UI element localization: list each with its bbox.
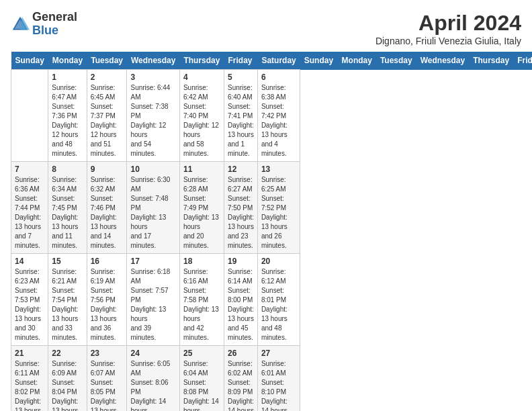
calendar-header-friday: Friday — [224, 52, 257, 70]
calendar-header-saturday: Saturday — [257, 52, 300, 70]
day-info: Sunrise: 6:30 AM Sunset: 7:48 PM Dayligh… — [130, 175, 175, 250]
calendar-cell: 9Sunrise: 6:32 AM Sunset: 7:46 PM Daylig… — [87, 162, 127, 254]
calendar-cell: 2Sunrise: 6:45 AM Sunset: 7:37 PM Daylig… — [87, 70, 127, 162]
calendar-cell: 4Sunrise: 6:42 AM Sunset: 7:40 PM Daylig… — [179, 70, 224, 162]
calendar-cell: 7Sunrise: 6:36 AM Sunset: 7:44 PM Daylig… — [11, 162, 48, 254]
day-number: 22 — [52, 349, 83, 358]
header-day-tuesday: Tuesday — [376, 52, 416, 70]
calendar-cell: 3Sunrise: 6:44 AM Sunset: 7:38 PM Daylig… — [127, 70, 179, 162]
day-number: 16 — [91, 257, 124, 266]
calendar-cell: 8Sunrise: 6:34 AM Sunset: 7:45 PM Daylig… — [48, 162, 87, 254]
day-number: 11 — [183, 165, 220, 174]
logo-blue: Blue — [32, 24, 77, 38]
calendar-cell: 15Sunrise: 6:21 AM Sunset: 7:54 PM Dayli… — [48, 254, 87, 346]
day-number: 13 — [261, 165, 296, 174]
header-day-wednesday: Wednesday — [416, 52, 469, 70]
calendar-cell: 6Sunrise: 6:38 AM Sunset: 7:42 PM Daylig… — [257, 70, 300, 162]
page-header: General Blue April 2024 Dignano, Friuli … — [11, 11, 521, 46]
day-number: 7 — [15, 165, 44, 174]
day-number: 20 — [261, 257, 296, 266]
day-info: Sunrise: 6:07 AM Sunset: 8:05 PM Dayligh… — [91, 359, 124, 411]
day-info: Sunrise: 6:19 AM Sunset: 7:56 PM Dayligh… — [91, 267, 124, 342]
day-info: Sunrise: 6:05 AM Sunset: 8:06 PM Dayligh… — [130, 359, 175, 411]
calendar-header-tuesday: Tuesday — [87, 52, 127, 70]
calendar-cell: 1Sunrise: 6:47 AM Sunset: 7:36 PM Daylig… — [48, 70, 87, 162]
header-day-monday: Monday — [338, 52, 376, 70]
calendar-cell: 11Sunrise: 6:28 AM Sunset: 7:49 PM Dayli… — [179, 162, 224, 254]
logo-text: General Blue — [32, 11, 77, 38]
day-number: 23 — [91, 349, 124, 358]
calendar-cell: 17Sunrise: 6:18 AM Sunset: 7:57 PM Dayli… — [127, 254, 179, 346]
day-number: 10 — [130, 165, 175, 174]
day-info: Sunrise: 6:11 AM Sunset: 8:02 PM Dayligh… — [15, 359, 44, 411]
day-info: Sunrise: 6:18 AM Sunset: 7:57 PM Dayligh… — [130, 267, 175, 342]
day-number: 2 — [91, 73, 124, 82]
calendar-cell: 25Sunrise: 6:04 AM Sunset: 8:08 PM Dayli… — [179, 346, 224, 412]
main-title: April 2024 — [375, 11, 521, 36]
logo: General Blue — [11, 11, 77, 38]
calendar-week-row: 14Sunrise: 6:23 AM Sunset: 7:53 PM Dayli… — [11, 254, 533, 346]
day-number: 12 — [228, 165, 254, 174]
calendar-header-row: SundayMondayTuesdayWednesdayThursdayFrid… — [11, 52, 533, 70]
day-info: Sunrise: 6:45 AM Sunset: 7:37 PM Dayligh… — [91, 83, 124, 158]
day-info: Sunrise: 6:21 AM Sunset: 7:54 PM Dayligh… — [52, 267, 83, 342]
day-info: Sunrise: 6:14 AM Sunset: 8:00 PM Dayligh… — [228, 267, 254, 342]
calendar-header-wednesday: Wednesday — [127, 52, 179, 70]
header-day-thursday: Thursday — [469, 52, 513, 70]
day-number: 14 — [15, 257, 44, 266]
day-number: 15 — [52, 257, 83, 266]
calendar-table: SundayMondayTuesdayWednesdayThursdayFrid… — [11, 52, 532, 411]
calendar-week-row: 7Sunrise: 6:36 AM Sunset: 7:44 PM Daylig… — [11, 162, 533, 254]
calendar-cell: 5Sunrise: 6:40 AM Sunset: 7:41 PM Daylig… — [224, 70, 257, 162]
day-number: 1 — [52, 73, 83, 82]
calendar-cell: 22Sunrise: 6:09 AM Sunset: 8:04 PM Dayli… — [48, 346, 87, 412]
day-info: Sunrise: 6:12 AM Sunset: 8:01 PM Dayligh… — [261, 267, 296, 342]
calendar-cell: 27Sunrise: 6:01 AM Sunset: 8:10 PM Dayli… — [257, 346, 300, 412]
svg-marker-2 — [20, 17, 30, 30]
calendar-header-thursday: Thursday — [179, 52, 224, 70]
calendar-week-row: 1Sunrise: 6:47 AM Sunset: 7:36 PM Daylig… — [11, 70, 533, 162]
calendar-header-monday: Monday — [48, 52, 87, 70]
day-number: 4 — [183, 73, 220, 82]
day-info: Sunrise: 6:38 AM Sunset: 7:42 PM Dayligh… — [261, 83, 296, 158]
day-number: 21 — [15, 349, 44, 358]
header-day-sunday: Sunday — [300, 52, 338, 70]
day-info: Sunrise: 6:01 AM Sunset: 8:10 PM Dayligh… — [261, 359, 296, 411]
day-info: Sunrise: 6:44 AM Sunset: 7:38 PM Dayligh… — [130, 83, 175, 158]
day-info: Sunrise: 6:16 AM Sunset: 7:58 PM Dayligh… — [183, 267, 220, 342]
day-number: 6 — [261, 73, 296, 82]
logo-general: General — [32, 11, 77, 24]
day-number: 27 — [261, 349, 296, 358]
calendar-cell: 21Sunrise: 6:11 AM Sunset: 8:02 PM Dayli… — [11, 346, 48, 412]
calendar-cell: 18Sunrise: 6:16 AM Sunset: 7:58 PM Dayli… — [179, 254, 224, 346]
day-info: Sunrise: 6:23 AM Sunset: 7:53 PM Dayligh… — [15, 267, 44, 342]
day-info: Sunrise: 6:42 AM Sunset: 7:40 PM Dayligh… — [183, 83, 220, 158]
day-number: 5 — [228, 73, 254, 82]
day-info: Sunrise: 6:25 AM Sunset: 7:52 PM Dayligh… — [261, 175, 296, 250]
calendar-cell: 23Sunrise: 6:07 AM Sunset: 8:05 PM Dayli… — [87, 346, 127, 412]
header-day-friday: Friday — [513, 52, 532, 70]
calendar-cell: 12Sunrise: 6:27 AM Sunset: 7:50 PM Dayli… — [224, 162, 257, 254]
calendar-cell: 14Sunrise: 6:23 AM Sunset: 7:53 PM Dayli… — [11, 254, 48, 346]
day-number: 17 — [130, 257, 175, 266]
day-info: Sunrise: 6:40 AM Sunset: 7:41 PM Dayligh… — [228, 83, 254, 158]
day-info: Sunrise: 6:02 AM Sunset: 8:09 PM Dayligh… — [228, 359, 254, 411]
calendar-cell: 20Sunrise: 6:12 AM Sunset: 8:01 PM Dayli… — [257, 254, 300, 346]
day-info: Sunrise: 6:47 AM Sunset: 7:36 PM Dayligh… — [52, 83, 83, 158]
day-info: Sunrise: 6:34 AM Sunset: 7:45 PM Dayligh… — [52, 175, 83, 250]
calendar-week-row: 21Sunrise: 6:11 AM Sunset: 8:02 PM Dayli… — [11, 346, 533, 412]
day-number: 3 — [130, 73, 175, 82]
subtitle: Dignano, Friuli Venezia Giulia, Italy — [375, 36, 521, 46]
calendar-header-sunday: Sunday — [11, 52, 48, 70]
day-number: 25 — [183, 349, 220, 358]
day-number: 8 — [52, 165, 83, 174]
calendar-cell: 26Sunrise: 6:02 AM Sunset: 8:09 PM Dayli… — [224, 346, 257, 412]
calendar-cell: 13Sunrise: 6:25 AM Sunset: 7:52 PM Dayli… — [257, 162, 300, 254]
day-info: Sunrise: 6:28 AM Sunset: 7:49 PM Dayligh… — [183, 175, 220, 250]
calendar-cell: 16Sunrise: 6:19 AM Sunset: 7:56 PM Dayli… — [87, 254, 127, 346]
day-number: 19 — [228, 257, 254, 266]
day-info: Sunrise: 6:27 AM Sunset: 7:50 PM Dayligh… — [228, 175, 254, 250]
day-number: 18 — [183, 257, 220, 266]
day-info: Sunrise: 6:36 AM Sunset: 7:44 PM Dayligh… — [15, 175, 44, 250]
day-number: 9 — [91, 165, 124, 174]
